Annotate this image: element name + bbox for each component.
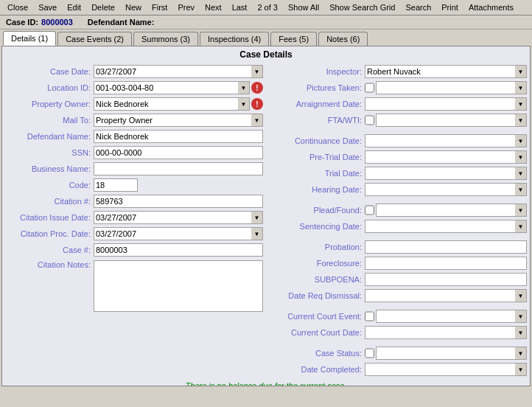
menu-last[interactable]: Last [228, 1, 252, 13]
citation-proc-date-dropdown[interactable]: ▼ [251, 227, 263, 240]
menu-delete[interactable]: Delete [87, 1, 119, 13]
continuance-date-dropdown[interactable]: ▼ [515, 134, 527, 147]
current-court-date-input[interactable] [365, 326, 515, 339]
arraignment-date-input[interactable] [365, 97, 515, 111]
tab-fees[interactable]: Fees (5) [270, 32, 317, 46]
fta-row: FTA/WTI: ▼ [269, 113, 527, 128]
plead-found-input[interactable] [376, 204, 515, 217]
pretrial-date-row: Pre-Trial Date: ▼ [269, 150, 527, 164]
trial-date-input[interactable] [365, 167, 515, 180]
citation-issue-date-input[interactable] [94, 211, 251, 224]
mail-to-input[interactable] [94, 114, 251, 127]
subpoena-input[interactable] [365, 273, 527, 286]
menu-search[interactable]: Search [401, 1, 435, 13]
current-court-event-dropdown[interactable]: ▼ [515, 310, 527, 323]
fta-input[interactable] [376, 114, 515, 127]
pretrial-date-label: Pre-Trial Date: [269, 153, 365, 161]
mail-to-dropdown[interactable]: ▼ [251, 114, 263, 127]
date-completed-dropdown[interactable]: ▼ [515, 363, 527, 376]
hearing-date-dropdown[interactable]: ▼ [515, 183, 527, 196]
menu-showsearchgrid[interactable]: Show Search Grid [325, 1, 399, 13]
pictures-taken-checkbox[interactable] [365, 81, 374, 94]
case-status-checkbox[interactable] [365, 347, 374, 360]
foreclosure-row: Foreclosure: [269, 256, 527, 271]
pretrial-date-dropdown[interactable]: ▼ [515, 150, 527, 164]
continuance-date-input[interactable] [365, 134, 515, 147]
pictures-taken-label: Pictures Taken: [269, 83, 365, 92]
menu-showall[interactable]: Show All [284, 1, 323, 13]
current-court-event-checkbox[interactable] [365, 310, 374, 323]
defendant-name-input[interactable] [94, 130, 263, 143]
date-req-dismissal-input[interactable] [365, 289, 515, 302]
property-owner-label: Property Owner: [5, 100, 94, 108]
citation-notes-textarea[interactable] [94, 260, 263, 312]
arraignment-date-dropdown[interactable]: ▼ [515, 97, 527, 111]
code-row: Code: [5, 178, 263, 192]
menu-first[interactable]: First [147, 1, 172, 13]
inspector-label: Inspector: [269, 67, 365, 76]
menu-prev[interactable]: Prev [173, 1, 199, 13]
menu-print[interactable]: Print [437, 1, 463, 13]
inspector-input[interactable] [365, 65, 515, 78]
continuance-date-label: Continuance Date: [269, 136, 365, 145]
case-date-dropdown[interactable]: ▼ [251, 65, 263, 78]
location-id-input[interactable] [94, 81, 238, 94]
property-owner-dropdown[interactable]: ▼ [238, 97, 250, 111]
pictures-taken-input[interactable] [376, 81, 515, 94]
ssn-input[interactable] [94, 146, 263, 159]
sentencing-date-dropdown[interactable]: ▼ [515, 220, 527, 233]
tab-notes[interactable]: Notes (6) [318, 32, 368, 46]
date-completed-input[interactable] [365, 363, 515, 376]
property-error-icon[interactable]: ! [251, 98, 263, 110]
plead-found-dropdown[interactable]: ▼ [515, 204, 527, 217]
menu-edit[interactable]: Edit [63, 1, 85, 13]
date-req-dismissal-dropdown[interactable]: ▼ [515, 289, 527, 302]
subpoena-label: SUBPOENA: [269, 275, 365, 284]
current-court-event-input[interactable] [376, 310, 515, 323]
property-owner-input[interactable] [94, 97, 238, 111]
right-column: Inspector: ▼ Pictures Taken: ▼ Arraignme… [269, 64, 527, 378]
location-id-dropdown[interactable]: ▼ [238, 81, 250, 94]
mail-to-label: Mail To: [5, 116, 94, 125]
pretrial-date-input[interactable] [365, 150, 515, 164]
tab-summons[interactable]: Summons (3) [133, 32, 198, 46]
fta-checkbox[interactable] [365, 114, 374, 127]
citation-num-input[interactable] [94, 195, 263, 208]
pictures-taken-dropdown[interactable]: ▼ [515, 81, 527, 94]
citation-issue-date-dropdown[interactable]: ▼ [251, 211, 263, 224]
case-id-label: Case ID: [6, 18, 38, 27]
menu-save[interactable]: Save [34, 1, 61, 13]
menu-attachments[interactable]: Attachments [464, 1, 518, 13]
plead-found-label: Plead/Found: [269, 206, 365, 215]
current-court-date-dropdown[interactable]: ▼ [515, 326, 527, 339]
code-input[interactable] [94, 178, 138, 192]
case-status-input[interactable] [376, 347, 515, 360]
trial-date-label: Trial Date: [269, 169, 365, 178]
hearing-date-input[interactable] [365, 183, 515, 196]
hearing-date-input-wrap: ▼ [365, 183, 527, 196]
menu-new[interactable]: New [121, 1, 146, 13]
tab-details[interactable]: Details (1) [3, 31, 56, 46]
sentencing-date-input[interactable] [365, 220, 515, 233]
plead-found-checkbox[interactable] [365, 204, 374, 217]
pictures-taken-row: Pictures Taken: ▼ [269, 80, 527, 95]
ssn-row: SSN: [5, 145, 263, 160]
tab-caseevents[interactable]: Case Events (2) [57, 32, 132, 46]
fta-dropdown[interactable]: ▼ [515, 114, 527, 127]
menu-reccount: 2 of 3 [253, 1, 282, 13]
tab-inspections[interactable]: Inspections (4) [200, 32, 269, 46]
inspector-dropdown[interactable]: ▼ [515, 65, 527, 78]
menu-close[interactable]: Close [3, 1, 32, 13]
trial-date-dropdown[interactable]: ▼ [515, 167, 527, 180]
case-date-input[interactable] [94, 65, 251, 78]
probation-input[interactable] [365, 240, 527, 254]
case-status-dropdown[interactable]: ▼ [515, 347, 527, 360]
citation-num-label: Citation #: [5, 197, 94, 206]
case-num-input[interactable] [94, 243, 263, 257]
menu-next[interactable]: Next [200, 1, 226, 13]
citation-proc-date-input[interactable] [94, 227, 251, 240]
foreclosure-input[interactable] [365, 257, 527, 270]
arraignment-date-row: Arraignment Date: ▼ [269, 97, 527, 111]
location-error-icon[interactable]: ! [251, 82, 263, 94]
business-name-input[interactable] [94, 162, 263, 175]
